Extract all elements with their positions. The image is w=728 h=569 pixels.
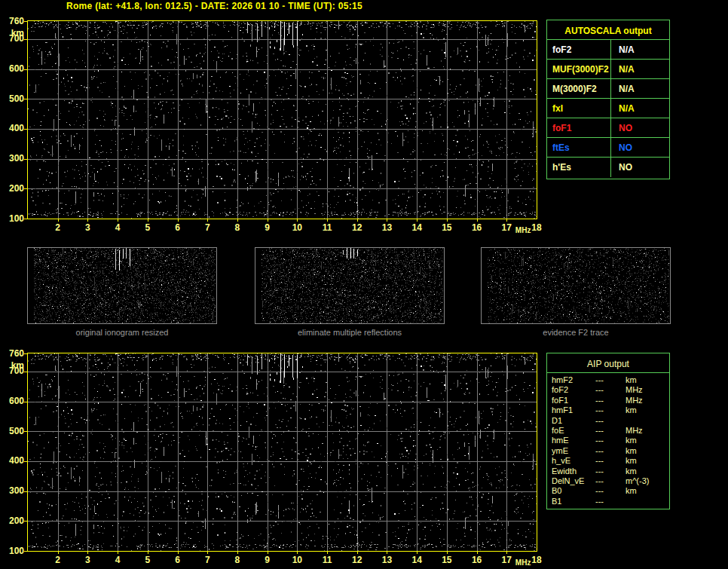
x-axis-tick-label: 15: [438, 555, 456, 564]
x-axis-tick: [506, 552, 507, 554]
aip-row-unit: [626, 497, 669, 506]
aip-row-unit: MHz: [626, 426, 669, 436]
autoscala-row: foF1NO: [547, 118, 669, 138]
x-axis-tick: [118, 219, 118, 222]
autoscala-row-value: NO: [611, 118, 632, 137]
x-axis-tick-label: 13: [378, 555, 396, 564]
x-axis-tick-label: 4: [109, 555, 127, 564]
y-axis-tick-label: 100: [0, 546, 24, 555]
caption-eliminate-reflections: eliminate multiple reflections: [255, 328, 445, 337]
x-axis-tick-label: 11: [318, 555, 336, 564]
x-axis-tick: [148, 552, 148, 554]
aip-row: hmE---km: [547, 436, 669, 445]
x-axis-tick-label: 12: [348, 555, 366, 564]
autoscala-row-value: N/A: [611, 99, 635, 118]
x-axis-tick-label: 8: [228, 223, 246, 232]
aip-row-value: ---: [595, 375, 626, 385]
autoscala-row-value: NO: [611, 138, 632, 157]
x-axis-tick: [178, 219, 179, 222]
aip-row: B0---km: [547, 486, 669, 496]
aip-row: Ewidth---km: [547, 467, 669, 476]
x-axis-tick: [417, 552, 418, 554]
aip-table-rows: hmF2---kmfoF2---MHzfoF1---MHzhmF1---kmD1…: [547, 373, 669, 506]
y-axis-tick-label: 700: [0, 34, 24, 43]
aip-row-unit: km: [626, 446, 669, 456]
x-axis-tick: [268, 219, 268, 222]
x-axis-tick: [58, 219, 59, 222]
aip-row-value: ---: [595, 467, 626, 476]
ionogram-top-canvas: [28, 21, 537, 219]
aip-row-value: ---: [595, 436, 626, 445]
y-axis-tick: [24, 431, 27, 432]
y-axis-tick-label: 700: [0, 366, 24, 375]
aip-row: DelN_vE---m^(-3): [547, 476, 669, 486]
x-axis-tick-label: 3: [78, 223, 96, 232]
x-axis-tick: [477, 552, 478, 554]
x-axis-tick-label: 10: [288, 555, 306, 564]
caption-original-ionogram: original ionogram resized: [27, 328, 217, 337]
aip-row: hmF2---km: [547, 375, 669, 385]
y-axis-tick: [24, 372, 27, 372]
x-axis-tick-label: 9: [258, 555, 277, 564]
y-axis-tick-label: 300: [0, 154, 24, 163]
y-axis-tick: [24, 491, 27, 492]
x-axis-tick: [118, 552, 118, 554]
y-axis-tick-label: 200: [0, 516, 24, 525]
x-axis-tick-label: 5: [139, 223, 157, 232]
aip-row-label: foE: [547, 426, 595, 436]
x-axis-tick: [87, 219, 88, 222]
autoscala-row-label: fxI: [547, 99, 611, 118]
x-axis-tick: [297, 219, 298, 222]
x-axis-tick: [178, 552, 179, 554]
thumbnail-evidence-canvas: [482, 248, 670, 323]
aip-row-label: B1: [547, 497, 595, 506]
autoscala-window: Rome (lat: +41.8, lon: 012.5) - DATE: 20…: [0, 0, 728, 569]
y-axis-tick-label: 760: [0, 349, 24, 358]
autoscala-row-value: N/A: [611, 40, 635, 59]
x-axis-tick: [357, 219, 358, 222]
x-axis-tick: [297, 552, 298, 554]
x-axis-tick-label: 10: [288, 223, 306, 232]
x-axis-tick: [417, 219, 418, 222]
x-axis-tick-label: 13: [378, 223, 396, 232]
x-axis-tick: [387, 552, 387, 554]
aip-row-value: ---: [595, 476, 626, 486]
x-axis-tick: [447, 219, 448, 222]
aip-row: hmF1---km: [547, 405, 669, 415]
thumbnail-evidence-f2: [481, 247, 671, 324]
aip-row-value: ---: [595, 426, 626, 436]
autoscala-row: fxIN/A: [547, 99, 669, 118]
aip-row-unit: km: [626, 456, 669, 466]
autoscala-row-label: M(3000)F2: [547, 79, 611, 98]
ionogram-bottom-plot: [27, 353, 537, 552]
autoscala-row-label: h'Es: [547, 158, 611, 177]
aip-output-table: AIP output hmF2---kmfoF2---MHzfoF1---MHz…: [546, 353, 670, 509]
aip-row: foF1---MHz: [547, 396, 669, 405]
y-axis-tick: [24, 219, 27, 219]
autoscala-row-label: foF1: [547, 118, 611, 137]
x-axis-tick-label: 5: [139, 555, 157, 564]
x-axis-tick: [148, 219, 148, 222]
x-axis-tick: [237, 552, 238, 554]
autoscala-row-value: NO: [611, 158, 632, 177]
aip-row: D1---: [547, 416, 669, 426]
aip-row-unit: km: [626, 467, 669, 476]
aip-row-label: DelN_vE: [547, 476, 595, 486]
x-axis-tick-label: 15: [438, 223, 456, 232]
x-axis-tick: [447, 552, 448, 554]
aip-row: foE---MHz: [547, 426, 669, 436]
y-axis-tick-label: 100: [0, 214, 24, 223]
x-axis-tick: [327, 219, 328, 222]
aip-row-unit: km: [626, 436, 669, 445]
aip-row-value: ---: [595, 486, 626, 496]
x-axis-tick: [506, 219, 507, 222]
y-axis-tick: [24, 39, 27, 40]
autoscala-row-label: MUF(3000)F2: [547, 60, 611, 78]
aip-row-unit: km: [626, 486, 669, 496]
x-axis-tick: [207, 552, 208, 554]
thumbnail-original-canvas: [28, 248, 216, 323]
x-axis-tick-label: 2: [49, 223, 67, 232]
x-axis-tick-label: 6: [169, 223, 187, 232]
aip-row-unit: MHz: [626, 385, 669, 395]
autoscala-row: h'EsNO: [547, 158, 669, 177]
